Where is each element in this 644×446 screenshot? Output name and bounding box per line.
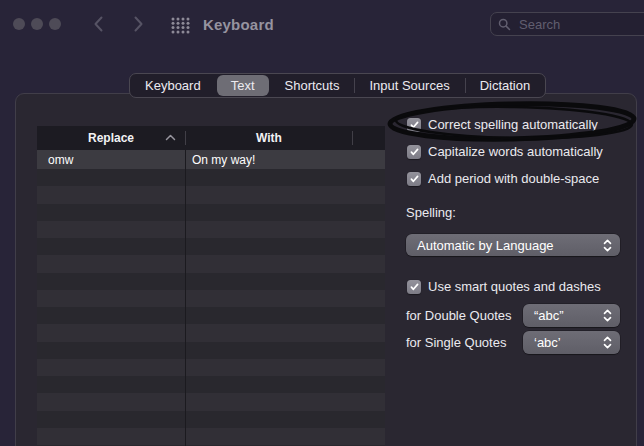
checkmark-icon [410, 283, 419, 291]
table-row-empty [37, 290, 385, 307]
smart-quotes-checkbox[interactable] [407, 280, 421, 294]
add-period-checkbox[interactable] [407, 172, 421, 186]
header-divider [352, 131, 353, 145]
single-quotes-label: for Single Quotes [406, 335, 506, 350]
correct-spelling-checkbox[interactable] [407, 118, 421, 132]
option-capitalize-words: Capitalize words automatically [407, 144, 603, 159]
table-header: Replace With [37, 126, 385, 150]
text-replacements-table: Replace With omw On my way! [37, 126, 385, 446]
table-row[interactable]: omw On my way! [37, 150, 385, 169]
checkbox-label: Correct spelling automatically [428, 117, 598, 132]
tab-shortcuts[interactable]: Shortcuts [270, 74, 355, 97]
popup-chevrons-icon [600, 335, 615, 350]
close-button[interactable] [13, 18, 25, 30]
capitalize-words-checkbox[interactable] [407, 145, 421, 159]
titlebar: Keyboard [0, 0, 644, 50]
double-quotes-popup-value: “abc” [523, 308, 600, 323]
sort-ascending-icon [165, 134, 176, 141]
column-header-replace[interactable]: Replace [37, 126, 185, 150]
table-row-empty [37, 307, 385, 324]
table-row-empty [37, 169, 385, 186]
double-quotes-label: for Double Quotes [406, 308, 512, 323]
app-grid-icon [171, 17, 190, 34]
column-header-with[interactable]: With [185, 126, 353, 150]
double-quotes-popup-button[interactable]: “abc” [523, 304, 620, 327]
tab-bar: Keyboard Text Shortcuts Input Sources Di… [129, 73, 546, 98]
spelling-popup-button[interactable]: Automatic by Language [406, 234, 620, 256]
chevron-left-icon [93, 16, 104, 32]
table-row-empty [37, 359, 385, 376]
search-icon [498, 18, 511, 31]
search-input[interactable] [517, 16, 644, 33]
spelling-label: Spelling: [406, 205, 456, 220]
table-row-empty [37, 393, 385, 410]
cell-replace: omw [37, 153, 185, 167]
table-row-empty [37, 428, 385, 445]
spelling-popup-value: Automatic by Language [406, 238, 600, 253]
checkbox-label: Capitalize words automatically [428, 144, 603, 159]
back-button[interactable] [86, 12, 110, 36]
table-row-empty [37, 255, 385, 272]
table-row-empty [37, 204, 385, 221]
zoom-button[interactable] [49, 18, 61, 30]
search-field[interactable] [490, 12, 644, 36]
tab-keyboard[interactable]: Keyboard [130, 74, 216, 97]
chevron-right-icon [133, 16, 144, 32]
checkbox-label: Add period with double-space [428, 171, 599, 186]
table-row-empty [37, 221, 385, 238]
table-row-empty [37, 411, 385, 428]
popup-chevrons-icon [600, 308, 615, 323]
checkbox-label: Use smart quotes and dashes [428, 279, 601, 294]
cell-with: On my way! [185, 153, 255, 167]
checkmark-icon [410, 121, 419, 129]
show-all-preferences-button[interactable] [169, 16, 191, 34]
forward-button[interactable] [126, 12, 150, 36]
tab-text[interactable]: Text [217, 75, 269, 96]
checkmark-icon [410, 148, 419, 156]
table-empty-rows [37, 169, 385, 445]
minimize-button[interactable] [31, 18, 43, 30]
table-row-empty [37, 186, 385, 203]
checkmark-icon [410, 175, 419, 183]
popup-chevrons-icon [600, 238, 615, 253]
option-smart-quotes: Use smart quotes and dashes [407, 279, 601, 294]
text-preferences-pane: Replace With omw On my way! [15, 93, 637, 446]
table-row-empty [37, 273, 385, 290]
table-row-empty [37, 238, 385, 255]
tab-input-sources[interactable]: Input Sources [354, 74, 464, 97]
single-quotes-popup-value: ‘abc’ [523, 335, 600, 350]
table-row-empty [37, 376, 385, 393]
column-separator [185, 150, 186, 446]
table-row-empty [37, 324, 385, 341]
window-title: Keyboard [203, 16, 274, 33]
table-row-empty [37, 342, 385, 359]
single-quotes-popup-button[interactable]: ‘abc’ [523, 331, 620, 354]
header-divider [185, 131, 186, 145]
tab-dictation[interactable]: Dictation [465, 74, 546, 97]
option-add-period: Add period with double-space [407, 171, 599, 186]
option-correct-spelling: Correct spelling automatically [407, 117, 598, 132]
column-header-pad [353, 126, 385, 150]
